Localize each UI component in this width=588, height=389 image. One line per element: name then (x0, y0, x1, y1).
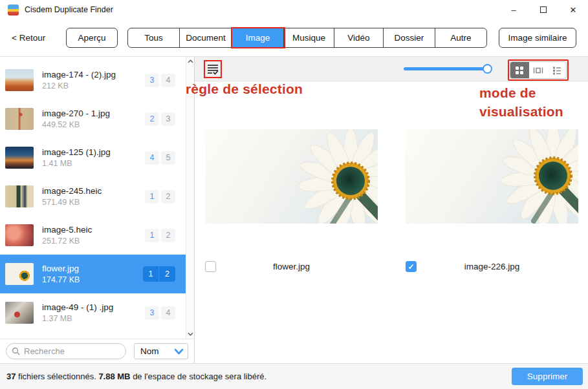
daisy-photo-preview[interactable] (205, 129, 378, 224)
grid-view-button[interactable] (510, 62, 529, 78)
file-name: image-49 - (1) .jpg (42, 302, 113, 312)
preview-button[interactable]: Aperçu (66, 28, 118, 48)
list-item[interactable]: image-174 - (2).jpg 212 KB 3 4 (0, 61, 186, 100)
file-name: image-125 (1).jpg (42, 147, 111, 157)
selection-rule-icon[interactable] (206, 63, 219, 76)
back-button[interactable]: < Retour (12, 33, 45, 43)
total-count-badge: 3 (161, 112, 175, 126)
scroll-up-icon[interactable] (188, 59, 193, 64)
file-size: 449.52 KB (42, 120, 110, 129)
selected-count-badge: 3 (145, 306, 159, 320)
tab-tous[interactable]: Tous (128, 28, 180, 47)
maximize-button[interactable] (534, 1, 553, 18)
search-input[interactable]: Recherche (6, 343, 126, 359)
daisy-photo-thumbnail (5, 263, 34, 285)
list-item[interactable]: image-5.heic 251.72 KB 1 2 (0, 216, 186, 255)
status-bar: 37 fichiers sélectionnés. 7.88 MB de l'e… (0, 363, 588, 389)
thumbnail-size-slider[interactable] (404, 67, 491, 70)
selection-summary: 37 fichiers sélectionnés. 7.88 MB de l'e… (6, 372, 267, 381)
list-view-button[interactable] (547, 62, 566, 78)
minimize-button[interactable]: – (504, 1, 523, 18)
file-name: image-5.heic (42, 225, 92, 235)
slider-thumb[interactable] (483, 64, 492, 74)
title-bar: Cisdem Duplicate Finder – ✕ (0, 0, 588, 19)
list-item[interactable]: image-49 - (1) .jpg 1.37 MB 3 4 (0, 293, 186, 332)
total-count-badge: 4 (161, 306, 175, 320)
selection-rule-annotation: règle de sélection (186, 81, 303, 97)
selection-rule-highlight-box (204, 60, 222, 78)
sidebar: image-174 - (2).jpg 212 KB 3 4 image-270… (0, 57, 195, 363)
file-size: 1.37 MB (42, 314, 113, 323)
list-item[interactable]: image-270 - 1.jpg 449.52 KB 2 3 (0, 100, 186, 138)
tab-document[interactable]: Document (180, 28, 232, 47)
window-title: Cisdem Duplicate Finder (25, 5, 113, 14)
list-item[interactable]: image-125 (1).jpg 1.41 MB 4 5 (0, 138, 186, 177)
tab-image[interactable]: Image (232, 28, 284, 47)
selected-count-badge: 4 (145, 151, 159, 165)
tab-autre[interactable]: Autre (435, 28, 486, 47)
mountain-photo-thumbnail (5, 69, 34, 91)
file-size: 1.41 MB (42, 159, 111, 168)
total-count-badge: 4 (161, 74, 175, 87)
app-window: Cisdem Duplicate Finder – ✕ < Retour Ape… (0, 0, 588, 389)
category-tabs: Tous Document Image Musique Vidéo Dossie… (127, 28, 487, 48)
bridge-photo-thumbnail (5, 108, 34, 130)
list-view-icon (552, 66, 561, 75)
view-mode-annotation: mode de visualisation (479, 83, 563, 121)
duplicate-card: flower.jpg (205, 129, 378, 278)
scrollbar[interactable] (186, 57, 194, 339)
list-item[interactable]: image-245.heic 571.49 KB 1 2 (0, 177, 186, 216)
file-name: image-270 - 1.jpg (42, 109, 110, 118)
total-count-badge: 2 (161, 190, 175, 204)
main-toolbar-strip (195, 57, 588, 81)
tab-video[interactable]: Vidéo (334, 28, 384, 47)
selected-count-badge: 3 (145, 74, 159, 87)
selected-count-badge: 1 (143, 266, 159, 282)
checkbox-unchecked[interactable] (205, 261, 216, 272)
view-mode-toggle (510, 61, 567, 79)
window-controls: – ✕ (504, 1, 588, 18)
list-item-selected[interactable]: flower.jpg 174.77 KB 1 2 (0, 255, 186, 293)
close-button[interactable]: ✕ (563, 1, 583, 18)
tab-musique[interactable]: Musique (284, 28, 334, 47)
delete-button[interactable]: Supprimer (512, 368, 583, 385)
search-icon (12, 347, 20, 355)
total-count-badge: 5 (161, 151, 175, 165)
carousel-view-button[interactable] (529, 62, 548, 78)
file-name: flower.jpg (42, 264, 80, 273)
selected-count-badge: 1 (145, 229, 159, 242)
file-size: 571.49 KB (42, 198, 102, 207)
toolbar: < Retour Aperçu Tous Document Image Musi… (0, 19, 588, 57)
selected-count-badge: 2 (145, 112, 159, 126)
sort-dropdown[interactable]: Nom (134, 343, 188, 359)
file-name: image-174 - (2).jpg (42, 70, 116, 79)
checkbox-checked[interactable]: ✓ (406, 261, 417, 272)
search-row: Recherche Nom (0, 339, 194, 363)
duplicate-card: ✓ image-226.jpg (406, 129, 578, 278)
file-size: 174.77 KB (42, 275, 80, 284)
maximize-icon (540, 6, 547, 13)
file-name: image-245.heic (42, 186, 102, 196)
total-count-badge: 2 (159, 266, 175, 282)
total-count-badge: 2 (161, 229, 175, 242)
search-placeholder: Recherche (24, 346, 65, 356)
grid-view-icon (515, 66, 524, 75)
file-list: image-174 - (2).jpg 212 KB 3 4 image-270… (0, 57, 194, 339)
scroll-down-icon[interactable] (188, 331, 193, 337)
file-size: 251.72 KB (42, 237, 92, 246)
city-night-photo-thumbnail (5, 147, 34, 169)
similar-image-button[interactable]: Image similaire (499, 28, 576, 48)
street-photo-thumbnail (5, 302, 34, 324)
sort-dropdown-value: Nom (140, 346, 159, 356)
pink-flowers-photo-thumbnail (5, 224, 34, 246)
house-photo-thumbnail (5, 185, 34, 207)
tab-dossier[interactable]: Dossier (384, 28, 435, 47)
app-logo-icon (8, 5, 19, 16)
selected-count-badge: 1 (145, 190, 159, 204)
chevron-down-icon (174, 348, 184, 355)
card-file-name: flower.jpg (205, 261, 378, 273)
view-mode-highlight-box (508, 59, 569, 81)
daisy-photo-preview[interactable] (406, 129, 578, 224)
file-size: 212 KB (42, 81, 116, 90)
card-file-name: image-226.jpg (406, 261, 578, 273)
